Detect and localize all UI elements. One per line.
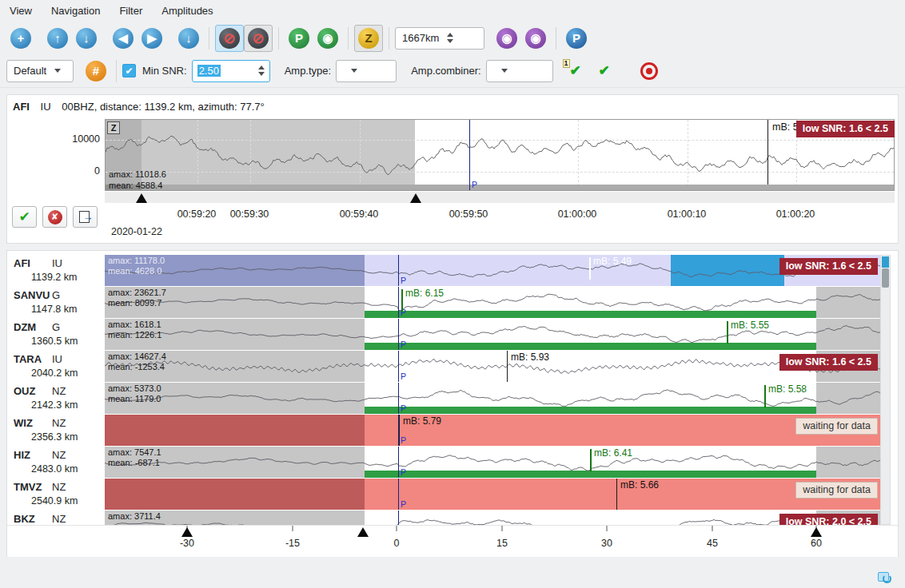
trace-area[interactable]: PmB: 5.66waiting for data xyxy=(105,479,880,510)
filter-toggle-button[interactable]: ⊘ xyxy=(215,25,244,52)
export-button[interactable] xyxy=(73,206,98,228)
p-pick-line[interactable] xyxy=(398,351,399,382)
p-pick-line[interactable] xyxy=(398,255,399,286)
relative-time-axis: -30 -15 0 15 30 45 60 xyxy=(7,525,898,557)
axis-marker-origin[interactable] xyxy=(357,527,369,537)
axis-tick: 45 xyxy=(707,538,718,549)
amplitude-marker-line[interactable] xyxy=(507,351,508,382)
main-trace-plot[interactable]: P mB: 5.4 Z amax: 11018.6 mean: 4588.4 xyxy=(105,119,895,191)
previous-trace-button[interactable]: ◀ xyxy=(109,25,138,52)
station-list: AFIIU1139.2 kmPmB: 5.49amax: 11178.0mean… xyxy=(7,255,880,525)
channel-info: 00BHZ, distance: 1139.2 km, azimuth: 77.… xyxy=(62,101,265,113)
station-row-tmvz[interactable]: TMVZNZ2540.9 kmPmB: 5.66waiting for data xyxy=(7,479,880,510)
scrollbar-thumb-top[interactable] xyxy=(882,256,889,268)
amplitude-marker-line[interactable] xyxy=(589,257,591,280)
mean-value: mean: 4628.0 xyxy=(108,266,161,276)
compute-magnitude-button[interactable] xyxy=(635,58,664,85)
axis-tick: -30 xyxy=(180,538,194,549)
trace-area[interactable]: PmB: 5.55amax: 1618.1mean: 1226.1 xyxy=(105,319,880,350)
amplitude-zoom-out-button[interactable]: ↓ xyxy=(72,25,101,52)
amp-combiner-combo[interactable] xyxy=(486,60,553,82)
amplitude-marker-line[interactable] xyxy=(767,120,768,185)
station-row-hiz[interactable]: HIZNZ2483.0 kmPmB: 6.41amax: 7547.1mean:… xyxy=(7,447,880,478)
station-row-bkz[interactable]: BKZNZPamax: 3711.4low SNR: 2.0 < 2.5 xyxy=(7,511,880,525)
distance-limit-combo[interactable]: 1667km xyxy=(395,27,484,50)
profile-combo[interactable]: Default xyxy=(6,60,74,82)
amp-type-combo[interactable] xyxy=(336,60,397,82)
station-name: SANVU xyxy=(14,289,52,301)
signal-window-handle[interactable] xyxy=(410,193,421,203)
menu-filter[interactable]: Filter xyxy=(119,5,142,17)
menu-view[interactable]: View xyxy=(10,5,32,17)
reject-button[interactable]: ✘ xyxy=(42,206,67,228)
numbering-button[interactable]: # xyxy=(82,58,110,85)
p-pick-line[interactable] xyxy=(398,319,399,350)
apply-one-button[interactable]: ✔ 1 xyxy=(561,58,590,85)
trace-area[interactable]: PmB: 6.15amax: 23621.7mean: 8099.7 xyxy=(105,287,880,318)
amplitude-marker-line[interactable] xyxy=(616,479,617,510)
waiting-badge: waiting for data xyxy=(795,482,878,499)
spinner-arrows-icon[interactable] xyxy=(258,62,265,79)
apply-all-button[interactable]: ✔ xyxy=(590,58,619,85)
amplitude-marker-line[interactable] xyxy=(401,289,403,312)
network-code: NZ xyxy=(52,481,66,493)
trace-area[interactable]: Pamax: 3711.4low SNR: 2.0 < 2.5 xyxy=(105,511,880,525)
limit-toggle-button[interactable]: ⊘ xyxy=(244,25,273,52)
min-snr-checkbox[interactable]: ✔ xyxy=(122,64,136,77)
recompute-amplitude-button[interactable]: ◉ xyxy=(313,25,342,52)
station-label: TARAIU2040.2 km xyxy=(7,351,105,382)
p-pick-line[interactable] xyxy=(469,120,470,190)
noise-window-handle[interactable] xyxy=(136,193,147,203)
station-list-panel: AFIIU1139.2 kmPmB: 5.49amax: 11178.0mean… xyxy=(6,250,899,557)
trace-area[interactable]: PmB: 5.49amax: 11178.0mean: 4628.0low SN… xyxy=(105,255,880,286)
station-row-sanvu[interactable]: SANVUG1147.8 kmPmB: 6.15amax: 23621.7mea… xyxy=(7,287,880,318)
network-code: G xyxy=(52,289,60,301)
menu-navigation[interactable]: Navigation xyxy=(51,5,100,17)
amplitude-marker-line[interactable] xyxy=(727,321,728,344)
station-row-tara[interactable]: TARAIU2040.2 kmPmB: 5.93amax: 14627.4mea… xyxy=(7,351,880,382)
amplitude-marker-line[interactable] xyxy=(590,449,592,471)
axis-marker-left[interactable] xyxy=(181,527,193,537)
snr-warning-badge: low SNR: 1.6 < 2.5 xyxy=(779,258,878,275)
pick-amplitude-button[interactable]: P xyxy=(285,25,313,52)
trace-area[interactable]: PmB: 5.58amax: 5373.0mean: 1179.0 xyxy=(105,383,880,414)
scroll-down-button[interactable]: ↓ xyxy=(174,25,203,52)
amplitude-marker-line[interactable] xyxy=(764,385,766,407)
zoom-fit-button[interactable]: + xyxy=(6,25,35,52)
trace-area[interactable]: PmB: 5.93amax: 14627.4mean: -1253.4low S… xyxy=(105,351,880,382)
theoretical-phase-button[interactable]: P xyxy=(562,25,591,52)
menu-amplitudes[interactable]: Amplitudes xyxy=(161,5,213,17)
scrollbar-thumb[interactable] xyxy=(882,268,889,288)
station-label: OUZNZ2142.3 km xyxy=(7,383,105,414)
p-pick-line[interactable] xyxy=(398,447,399,478)
p-pick-line[interactable] xyxy=(398,511,399,525)
station-row-dzm[interactable]: DZMG1360.5 kmPmB: 5.55amax: 1618.1mean: … xyxy=(7,319,880,350)
station-magnitude-button[interactable]: ◉ xyxy=(521,25,550,52)
station-distance: 2142.3 km xyxy=(31,399,105,411)
component-z-button[interactable]: Z xyxy=(354,25,383,52)
network-code: NZ xyxy=(52,449,66,461)
station-row-afi[interactable]: AFIIU1139.2 kmPmB: 5.49amax: 11178.0mean… xyxy=(7,255,880,286)
axis-marker-right[interactable] xyxy=(811,527,822,537)
mean-value: mean: 8099.7 xyxy=(108,298,161,308)
min-snr-spinbox[interactable]: 2.50 xyxy=(192,60,270,82)
p-pick-line[interactable] xyxy=(398,479,399,510)
vertical-scrollbar[interactable] xyxy=(880,255,891,525)
amplitude-zoom-in-button[interactable]: ↑ xyxy=(43,25,72,52)
mean-value: mean: -1253.4 xyxy=(108,362,165,371)
mean-value: mean: 1226.1 xyxy=(108,330,161,340)
station-row-ouz[interactable]: OUZNZ2142.3 kmPmB: 5.58amax: 5373.0mean:… xyxy=(7,383,880,414)
trace-area[interactable]: PmB: 5.79waiting for data xyxy=(105,415,880,446)
magnitude-button[interactable]: ◉ xyxy=(492,25,521,52)
station-row-wiz[interactable]: WIZNZ2356.3 kmPmB: 5.79waiting for data xyxy=(7,415,880,446)
network-code: IU xyxy=(52,353,62,365)
snr-warning-badge: low SNR: 1.6 < 2.5 xyxy=(796,121,895,137)
time-tick: 01:00:00 xyxy=(558,209,597,220)
p-pick-line[interactable] xyxy=(398,383,399,414)
amplitude-marker-line[interactable] xyxy=(399,415,400,446)
spinner-arrows-icon[interactable] xyxy=(447,30,453,46)
accept-button[interactable]: ✔ xyxy=(12,206,37,228)
next-trace-button[interactable]: ▶ xyxy=(138,25,166,52)
p-pick-line[interactable] xyxy=(398,287,399,318)
trace-area[interactable]: PmB: 6.41amax: 7547.1mean: -687.1 xyxy=(105,447,880,478)
